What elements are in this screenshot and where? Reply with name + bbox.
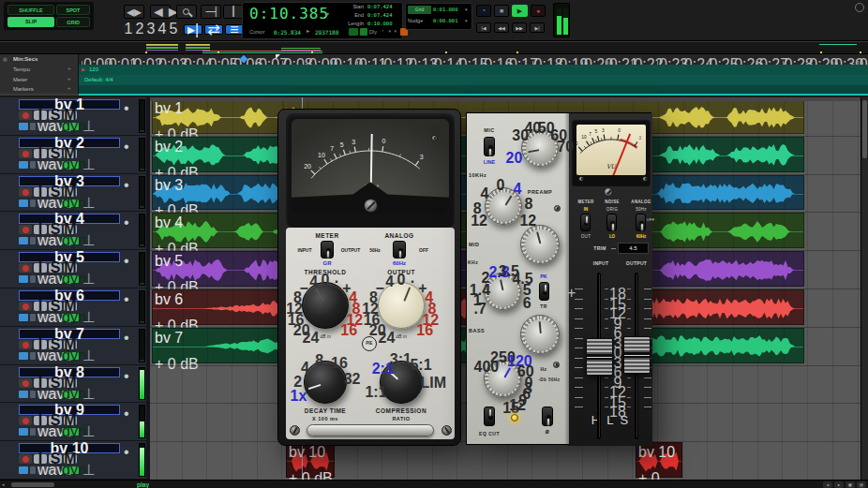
track-record-button[interactable]: ● [19,187,32,197]
track-automation-chip[interactable] [30,275,36,283]
track-fader-icon[interactable]: ⊥ [82,466,92,474]
hls-meter-toggle[interactable] [580,214,591,231]
track-io-chip[interactable] [19,161,28,169]
track-io-chip[interactable] [19,275,28,283]
track-elastic-chip[interactable]: dyn [62,237,79,244]
pie-analog-value[interactable]: 60Hz [387,260,412,266]
track-view-selector[interactable]: wave [37,428,60,436]
track-io-chip[interactable] [19,200,28,207]
track-automation-chip[interactable] [30,200,36,207]
track-io-chip[interactable] [19,352,28,360]
track-record-button[interactable]: ● [19,149,32,158]
nudge-dropdown-icon[interactable]: ▾ [465,18,468,23]
bottom-corner-button-1[interactable]: ◂ [823,481,832,488]
vertical-scrollbar-thumb[interactable] [862,100,867,158]
track-view-selector[interactable]: wave [37,466,60,474]
go-to-end-button[interactable]: ▶| [530,22,545,33]
track-record-button[interactable]: ● [19,302,32,311]
track-fader-icon[interactable]: ⊥ [82,123,92,130]
track-elastic-chip[interactable]: dyn [62,123,79,130]
track-io-chip[interactable] [19,428,28,436]
status-chip-green-1[interactable] [349,28,358,36]
hls-bass-gain-knob[interactable] [520,315,560,354]
return-to-zero-button[interactable]: |◀ [476,22,491,33]
track-view-selector[interactable]: wave [37,352,60,360]
track-record-button[interactable]: ● [19,378,32,388]
hscroll-left-arrow-icon[interactable]: ◂ [2,481,5,487]
grid-dropdown-icon[interactable]: ▾ [465,7,468,12]
zoom-preset-1[interactable]: 1 [124,24,133,34]
track-automation-chip[interactable] [30,237,36,244]
track-io-chip[interactable] [19,123,28,130]
tempo-ruler[interactable]: Tempo + ▶ 120 [0,65,868,75]
track-automation-chip[interactable] [30,428,36,436]
pie-meter-toggle[interactable] [321,241,334,259]
pie-meter-value[interactable]: GR [316,260,338,266]
track-fader-icon[interactable]: ⊥ [82,275,92,283]
track-io-chip[interactable] [19,237,28,244]
hls-noise-toggle[interactable] [606,214,617,231]
zoom-toggle-icon[interactable]: ◄► [150,5,171,19]
hls-input-fader-cap[interactable] [586,338,613,376]
track-record-button[interactable]: ● [19,263,32,273]
track-fader-icon[interactable]: ⊥ [82,391,92,398]
zoom-preset-3[interactable]: 3 [146,24,156,34]
pie-analog-toggle[interactable] [393,241,406,259]
tempo-add-icon[interactable]: + [67,66,71,71]
length-value[interactable]: 0:10.000 [367,21,393,26]
track-automation-chip[interactable] [30,352,36,360]
play-button[interactable]: ▶ [512,5,528,17]
rewind-button[interactable]: ◀◀ [494,22,509,33]
selector-tool-icon[interactable]: I [223,5,244,19]
track-view-selector[interactable]: wave [37,391,60,398]
track-fader-icon[interactable]: ⊥ [82,314,92,321]
zoom-preset-2[interactable]: 2 [135,24,144,34]
track-automation-chip[interactable] [30,314,36,321]
trim-tool-icon[interactable]: ⊣ [201,5,221,19]
track-view-selector[interactable]: wave [37,200,60,207]
track-io-chip[interactable] [19,391,28,398]
track-automation-chip[interactable] [30,466,36,474]
hls-eqcut-toggle[interactable] [484,407,495,426]
hls-channel-plugin-window[interactable]: MIC LINE PREAMP 10KHz MID KHz PK TR BASS… [466,112,651,445]
zoom-out-in-icon[interactable]: ◂▸ [124,5,144,19]
end-value[interactable]: 0:07.424 [367,12,393,18]
track-elastic-chip[interactable]: dyn [62,352,79,360]
tempo-value[interactable]: 120 [89,67,98,72]
track-view-selector[interactable]: wave [37,237,60,244]
delay-comp-badge[interactable]: Dly [369,29,377,35]
track-io-chip[interactable] [19,466,28,474]
hls-mic-line-toggle[interactable] [484,137,495,156]
track-elastic-chip[interactable]: dyn [62,428,79,436]
stop-button[interactable]: ■ [494,5,509,17]
track-automation-chip[interactable] [30,123,36,130]
audio-clip[interactable]: bv 10+ 0 dB [636,442,682,478]
markers-ruler[interactable]: Markers + [0,85,868,94]
bottom-corner-button-4[interactable]: ▤ [857,481,866,488]
track-record-button[interactable]: ● [19,111,32,120]
track-fader-icon[interactable]: ⊥ [82,161,92,169]
tab-to-transient-button[interactable]: ▸| [184,24,202,35]
main-counter[interactable]: 0:10.385 [249,5,329,22]
magnifier-icon[interactable] [176,5,197,19]
track-elastic-chip[interactable]: dyn [62,314,79,321]
zoom-preset-4[interactable]: 4 [157,24,167,34]
track-record-button[interactable]: ● [19,340,32,349]
vertical-scrollbar[interactable] [861,97,868,480]
track-record-button[interactable]: ● [19,225,32,234]
link-track-button[interactable]: ≡ [225,24,244,35]
gear-icon[interactable] [855,3,864,12]
track-elastic-chip[interactable]: dyn [62,466,79,474]
track-fader-icon[interactable]: ⊥ [82,200,92,207]
track-io-chip[interactable] [19,314,28,321]
start-value[interactable]: 0:07.424 [367,4,393,9]
track-view-selector[interactable]: wave [37,161,60,169]
track-fader-icon[interactable]: ⊥ [82,428,92,436]
status-chip-green-2[interactable] [360,28,367,36]
zoom-preset-5[interactable]: 5 [169,24,178,34]
track-fader-icon[interactable]: ⊥ [82,237,92,244]
bottom-corner-button-3[interactable]: ▦ [846,481,855,488]
fast-forward-button[interactable]: ▶▶ [512,22,527,33]
hls-output-fader-cap[interactable] [623,336,651,374]
nudge-value[interactable]: 0:00.001 [433,18,458,23]
